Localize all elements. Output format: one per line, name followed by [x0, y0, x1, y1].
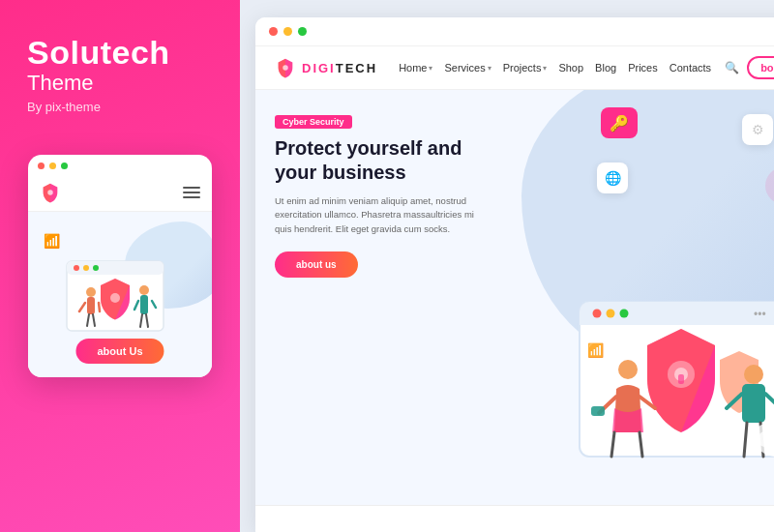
- browser-content: DIGITECH Home ▾ Services ▾ Projects ▾ Sh…: [255, 46, 774, 505]
- svg-point-23: [593, 310, 602, 318]
- browser-dot-green: [298, 27, 307, 36]
- svg-point-5: [93, 265, 99, 271]
- nav-logo-shield-icon: [275, 57, 296, 78]
- nav-link-projects[interactable]: Projects ▾: [503, 62, 548, 74]
- nav-link-blog[interactable]: Blog: [595, 62, 616, 74]
- mobile-about-us-button[interactable]: about Us: [75, 339, 164, 364]
- hero-text-block: Cyber Security Protect yourself and your…: [255, 90, 507, 505]
- svg-point-6: [110, 293, 120, 303]
- dot-green: [61, 163, 68, 169]
- svg-point-24: [607, 310, 615, 318]
- svg-line-10: [99, 303, 100, 311]
- mobile-wifi-icon: 📶: [44, 233, 60, 249]
- svg-point-30: [618, 360, 638, 379]
- browser-bottom-bar: [255, 505, 774, 532]
- svg-rect-35: [591, 406, 605, 416]
- brand-subtitle: Theme: [27, 71, 93, 96]
- svg-rect-37: [742, 384, 765, 423]
- dot-red: [38, 163, 45, 169]
- right-panel: DIGITECH Home ▾ Services ▾ Projects ▾ Sh…: [240, 0, 774, 532]
- brand-title: Solutech: [27, 35, 170, 71]
- mobile-logo-shield-icon: [40, 182, 61, 203]
- mobile-mockup: 📶: [28, 155, 212, 377]
- browser-bar: [255, 17, 774, 46]
- float-key-icon: 🔑: [601, 107, 638, 138]
- mobile-nav-bar: [28, 177, 212, 212]
- hero-title: Protect yourself and your business: [275, 136, 488, 185]
- hero-tag: Cyber Security: [275, 115, 352, 129]
- svg-point-25: [620, 310, 629, 318]
- float-eye-icon: 👁: [765, 167, 774, 204]
- browser-window: DIGITECH Home ▾ Services ▾ Projects ▾ Sh…: [255, 17, 774, 532]
- left-panel: Solutech Theme By pix-theme 📶: [0, 0, 240, 532]
- browser-dot-yellow: [283, 27, 292, 36]
- nav-links: Home ▾ Services ▾ Projects ▾ Shop Blog P…: [399, 61, 739, 74]
- gear-icon-box: ⚙: [742, 114, 773, 145]
- nav-logo-prefix: DIGI: [302, 61, 336, 75]
- mobile-illustration: [38, 242, 193, 348]
- nav-link-shop[interactable]: Shop: [558, 62, 583, 74]
- browser-dot-red: [269, 27, 278, 36]
- svg-rect-2: [67, 261, 164, 275]
- nav-link-prices[interactable]: Prices: [628, 62, 658, 74]
- svg-point-3: [74, 265, 79, 271]
- nav-link-contacts[interactable]: Contacts: [670, 62, 711, 74]
- brand-by: By pix-theme: [27, 100, 101, 114]
- hamburger-icon[interactable]: [183, 187, 200, 198]
- svg-point-0: [47, 191, 53, 196]
- booked-button[interactable]: booked: [747, 56, 774, 79]
- nav-link-home[interactable]: Home ▾: [399, 62, 432, 74]
- eye-icon-circle: 👁: [765, 167, 774, 204]
- svg-point-4: [83, 265, 89, 271]
- mobile-body: 📶: [28, 212, 212, 377]
- svg-point-36: [744, 365, 763, 384]
- hero-description: Ut enim ad minim veniam aliquip amet, no…: [275, 194, 488, 236]
- site-navbar: DIGITECH Home ▾ Services ▾ Projects ▾ Sh…: [255, 46, 774, 90]
- svg-rect-14: [140, 295, 148, 314]
- svg-text:•••: •••: [754, 308, 766, 321]
- svg-point-7: [86, 287, 96, 297]
- search-icon[interactable]: 🔍: [725, 61, 739, 74]
- svg-rect-29: [678, 374, 684, 384]
- key-icon-box: 🔑: [601, 107, 638, 138]
- globe-icon-box: 🌐: [597, 163, 628, 193]
- nav-logo: DIGITECH: [275, 57, 377, 78]
- svg-point-13: [139, 285, 149, 295]
- float-gear-icon: ⚙: [742, 114, 773, 145]
- nav-logo-text: TECH: [336, 61, 377, 75]
- hero-about-us-button[interactable]: about us: [275, 251, 358, 278]
- svg-rect-8: [87, 297, 95, 314]
- float-globe-icon: 🌐: [597, 163, 628, 193]
- dot-yellow: [49, 163, 56, 169]
- nav-link-services[interactable]: Services ▾: [444, 62, 491, 74]
- svg-point-19: [283, 65, 288, 71]
- mobile-top-bar: [28, 155, 212, 177]
- hero-area: 🔑 👁 🌐 ⚙ Cyber Security Protect yourself …: [255, 90, 774, 505]
- svg-text:📶: 📶: [587, 342, 605, 359]
- hero-illustration: •••: [521, 273, 774, 505]
